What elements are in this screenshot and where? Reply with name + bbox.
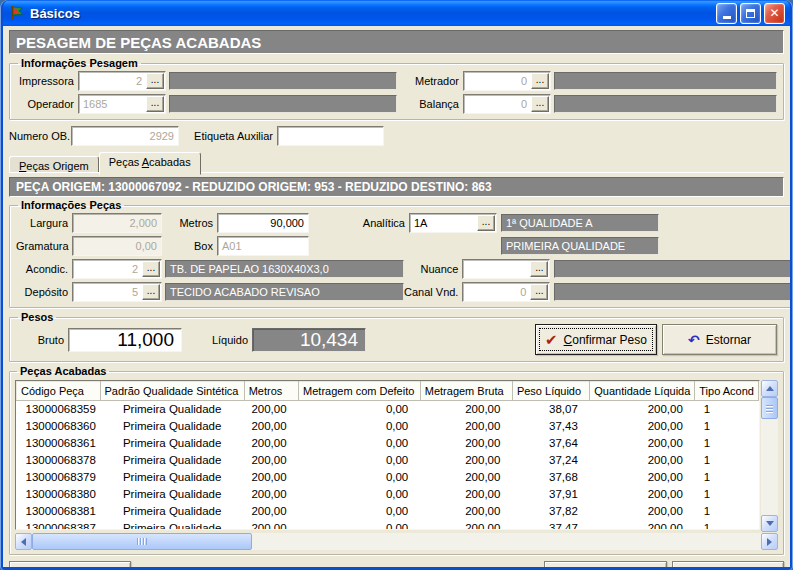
section-informacoes-pecas: Informações Peças Largura 2,000 Metros 9… <box>9 199 790 308</box>
table-cell: 0,00 <box>299 503 421 520</box>
metros-input[interactable]: 90,000 <box>217 213 309 233</box>
acondic-field[interactable]: 2 ... <box>72 259 162 279</box>
impressora-label: Impressora <box>16 75 78 87</box>
page-title: PESAGEM DE PEÇAS ACABADAS <box>9 30 784 54</box>
table-cell: 200,00 <box>420 520 512 531</box>
gramatura-label: Gramatura <box>16 240 72 252</box>
column-header[interactable]: Código Peça <box>17 382 101 401</box>
confirmar-peso-button[interactable]: Confirmar Peso <box>535 324 657 355</box>
column-header[interactable]: Padrão Qualidade Sintética <box>100 382 244 401</box>
column-header[interactable]: Metragem Bruta <box>420 382 512 401</box>
scroll-right-button[interactable] <box>761 533 778 550</box>
acondic-lookup-button[interactable]: ... <box>142 261 160 277</box>
metrador-lookup-button[interactable]: ... <box>531 73 549 89</box>
horizontal-scrollbar[interactable] <box>15 533 778 550</box>
table-row[interactable]: 13000068387Primeira Qualidade200,000,002… <box>17 520 759 531</box>
tab-pecas-origem[interactable]: Peças Origem <box>9 156 99 175</box>
table-cell: Primeira Qualidade <box>100 452 244 469</box>
impressora-lookup-button[interactable]: ... <box>146 73 164 89</box>
table-row[interactable]: 13000068360Primeira Qualidade200,000,002… <box>17 418 759 435</box>
close-icon: ✕ <box>769 7 779 19</box>
operador-desc-field <box>169 95 397 113</box>
analitica-lookup-button[interactable]: ... <box>477 215 495 231</box>
bruto-input[interactable]: 11,000 <box>68 328 182 352</box>
estornar-button[interactable]: Estornar <box>662 324 777 355</box>
tabstrip: Peças Origem Peças Acabadas <box>9 151 784 175</box>
metrador-field[interactable]: 0 ... <box>463 71 551 91</box>
table-cell: Primeira Qualidade <box>100 520 244 531</box>
column-header[interactable]: Quantidade Líquida <box>590 382 695 401</box>
tab-pecas-acabadas[interactable]: Peças Acabadas <box>99 152 201 175</box>
maximize-button[interactable] <box>740 3 761 24</box>
section-legend: Informações Peças <box>18 199 124 211</box>
nuance-lookup-button[interactable]: ... <box>530 261 548 277</box>
section-informacoes-pesagem: Informações Pesagem Impressora 2 ... Met… <box>9 57 784 120</box>
metrador-desc-field <box>554 72 777 90</box>
red-check-icon <box>545 331 558 349</box>
table-row[interactable]: 13000068381Primeira Qualidade200,000,002… <box>17 503 759 520</box>
analitica-desc-field: 1ª QUALIDADE A <box>501 214 659 232</box>
canal-vnd-lookup-button[interactable]: ... <box>530 284 548 300</box>
scroll-down-button[interactable] <box>761 515 778 532</box>
analitica-label: Analítica <box>309 217 409 229</box>
sair-button[interactable]: Sair <box>672 561 784 567</box>
column-header[interactable]: Tipo Acond <box>695 382 759 401</box>
canal-vnd-field[interactable]: 0 ... <box>462 282 550 302</box>
table-cell: 37,82 <box>512 503 589 520</box>
impressora-field[interactable]: 2 ... <box>78 71 166 91</box>
deposito-lookup-button[interactable]: ... <box>142 284 160 300</box>
table-cell: 0,00 <box>299 401 421 418</box>
deposito-desc-field: TECIDO ACABADO REVISAO <box>165 283 404 301</box>
table-cell: 200,00 <box>590 435 695 452</box>
table-row[interactable]: 13000068378Primeira Qualidade200,000,002… <box>17 452 759 469</box>
titlebar[interactable]: Básicos ✕ <box>3 0 790 26</box>
column-header[interactable]: Metros <box>244 382 298 401</box>
horizontal-scroll-track[interactable] <box>252 533 761 550</box>
vertical-scrollbar[interactable] <box>761 380 778 532</box>
table-cell: 200,00 <box>420 401 512 418</box>
table-cell: 200,00 <box>420 503 512 520</box>
etiqueta-auxiliar-input[interactable] <box>277 126 384 146</box>
table-cell: 1 <box>695 520 759 531</box>
minimize-button[interactable] <box>716 3 737 24</box>
analitica-field[interactable]: 1A ... <box>409 213 497 233</box>
table-row[interactable]: 13000068380Primeira Qualidade200,000,002… <box>17 486 759 503</box>
table-cell: 0,00 <box>299 452 421 469</box>
scroll-up-icon <box>766 382 774 391</box>
horizontal-scroll-thumb[interactable] <box>32 533 252 550</box>
largura-field: 2,000 <box>72 213 162 233</box>
vertical-scroll-thumb[interactable] <box>761 397 778 419</box>
table-cell: 1 <box>695 469 759 486</box>
encerrar-fase-button[interactable]: Encerrar Fase <box>9 561 131 567</box>
deposito-field[interactable]: 5 ... <box>72 282 162 302</box>
vertical-scroll-track[interactable] <box>761 419 778 515</box>
table-cell: 0,00 <box>299 486 421 503</box>
operador-field[interactable]: 1685 ... <box>78 94 166 114</box>
table-row[interactable]: 13000068361Primeira Qualidade200,000,002… <box>17 435 759 452</box>
balanca-field[interactable]: 0 ... <box>463 94 551 114</box>
table-cell: 200,00 <box>244 401 298 418</box>
nuance-desc-field <box>554 260 790 278</box>
impressora-desc-field <box>169 72 397 90</box>
table-cell: 1 <box>695 503 759 520</box>
balanca-lookup-button[interactable]: ... <box>531 96 549 112</box>
table-row[interactable]: 13000068359Primeira Qualidade200,000,002… <box>17 401 759 418</box>
table-cell: 1 <box>695 418 759 435</box>
column-header[interactable]: Metragem com Defeito <box>299 382 421 401</box>
box-field[interactable]: A01 <box>217 236 309 256</box>
close-button[interactable]: ✕ <box>764 3 785 24</box>
column-header[interactable]: Peso Líquido <box>512 382 589 401</box>
table-cell: 200,00 <box>244 503 298 520</box>
operador-lookup-button[interactable]: ... <box>146 96 164 112</box>
bruto-label: Bruto <box>16 334 68 346</box>
scroll-up-button[interactable] <box>761 380 778 397</box>
section-legend: Informações Pesagem <box>18 57 141 69</box>
table-row[interactable]: 13000068379Primeira Qualidade200,000,002… <box>17 469 759 486</box>
table-cell: 200,00 <box>590 503 695 520</box>
table-cell: 200,00 <box>590 469 695 486</box>
scroll-left-button[interactable] <box>15 533 32 550</box>
nuance-field[interactable]: ... <box>462 259 550 279</box>
limpar-button[interactable]: Limpar <box>544 561 667 567</box>
table-cell: 13000068380 <box>17 486 101 503</box>
acondic-label: Acondic. <box>16 263 72 275</box>
